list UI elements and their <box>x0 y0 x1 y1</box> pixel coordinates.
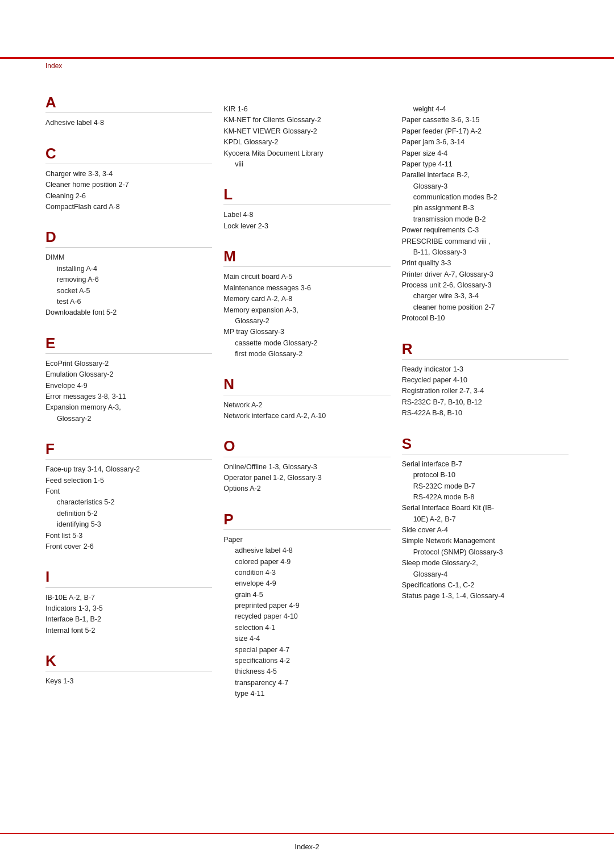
index-entry: Status page 1-3, 1-4, Glossary-4 <box>402 591 569 602</box>
index-entry: KM-NET for Clients Glossary-2 <box>223 115 390 126</box>
breadcrumb: Index <box>45 62 62 70</box>
index-entry: identifying 5-3 <box>45 519 212 530</box>
index-entry: Protocol B-10 <box>402 313 569 324</box>
index-entry: transmission mode B-2 <box>402 214 569 225</box>
index-column-1: AAdhesive label 4-8CCharger wire 3-3, 3-… <box>45 82 223 823</box>
index-entry: transparency 4-7 <box>223 678 390 688</box>
index-column-2: KIR 1-6KM-NET for Clients Glossary-2KM-N… <box>223 82 401 823</box>
index-entry: Interface B-1, B-2 <box>45 614 212 625</box>
breadcrumb-area: Index <box>45 61 62 70</box>
index-entry: protocol B-10 <box>402 470 569 481</box>
index-entry: envelope 4-9 <box>223 578 390 589</box>
index-entry: Paper feeder (PF-17) A-2 <box>402 126 569 137</box>
index-entry: special paper 4-7 <box>223 645 390 656</box>
index-entry: B-11, Glossary-3 <box>402 247 569 258</box>
section-letter-C: C <box>45 145 212 164</box>
section-letter-P: P <box>223 511 390 530</box>
index-entry: Protocol (SNMP) Glossary-3 <box>402 547 569 558</box>
index-entry: IB-10E A-2, B-7 <box>45 592 212 603</box>
index-entry: Process unit 2-6, Glossary-3 <box>402 280 569 291</box>
index-entry: RS-232C B-7, B-10, B-12 <box>402 397 569 408</box>
index-entry: RS-232C mode B-7 <box>402 481 569 492</box>
index-entry: test A-6 <box>45 297 212 307</box>
index-entry: pin assignment B-3 <box>402 203 569 214</box>
index-entry: Lock lever 2-3 <box>223 221 390 232</box>
index-entry: selection 4-1 <box>223 623 390 633</box>
index-entry: Parallel interface B-2, <box>402 170 569 181</box>
index-entry: preprinted paper 4-9 <box>223 600 390 611</box>
index-entry: Paper type 4-11 <box>402 159 569 170</box>
index-entry: specifications 4-2 <box>223 656 390 666</box>
content-area: AAdhesive label 4-8CCharger wire 3-3, 3-… <box>45 82 569 823</box>
index-entry: Downloadable font 5-2 <box>45 307 212 318</box>
index-entry: Keys 1-3 <box>45 676 212 687</box>
section-letter-S: S <box>402 435 569 454</box>
index-entry: socket A-5 <box>45 286 212 297</box>
index-entry: first mode Glossary-2 <box>223 349 390 360</box>
section-letter-F: F <box>45 440 212 460</box>
index-entry: Recycled paper 4-10 <box>402 375 569 386</box>
index-entry: Serial Interface Board Kit (IB- <box>402 503 569 514</box>
index-entry: Serial interface B-7 <box>402 459 569 470</box>
index-entry: Paper jam 3-6, 3-14 <box>402 137 569 148</box>
index-entry: characteristics 5-2 <box>45 497 212 508</box>
index-entry: 10E) A-2, B-7 <box>402 514 569 525</box>
index-entry: Expansion memory A-3, <box>45 402 212 413</box>
section-letter-L: L <box>223 186 390 205</box>
index-entry: Paper cassette 3-6, 3-15 <box>402 115 569 126</box>
index-entry: PRESCRIBE command viii , <box>402 236 569 247</box>
index-entry: Registration roller 2-7, 3-4 <box>402 386 569 397</box>
index-entry: Paper size 4-4 <box>402 148 569 159</box>
section-letter-K: K <box>45 652 212 671</box>
index-entry: Glossary-2 <box>45 414 212 424</box>
index-entry: KIR 1-6 <box>223 104 390 115</box>
index-entry: RS-422A B-8, B-10 <box>402 408 569 419</box>
index-entry: Charger wire 3-3, 3-4 <box>45 169 212 180</box>
section-letter-M: M <box>223 248 390 267</box>
index-entry: Face-up tray 3-14, Glossary-2 <box>45 464 212 475</box>
index-entry: EcoPrint Glossary-2 <box>45 358 212 369</box>
index-entry: weight 4-4 <box>402 104 569 115</box>
index-entry: CompactFlash card A-8 <box>45 202 212 212</box>
section-letter-O: O <box>223 437 390 457</box>
index-entry: Glossary-2 <box>223 316 390 327</box>
index-entry: Indicators 1-3, 3-5 <box>45 603 212 614</box>
section-letter-I: I <box>45 568 212 587</box>
index-entry: RS-422A mode B-8 <box>402 492 569 503</box>
index-entry: definition 5-2 <box>45 508 212 519</box>
index-entry: KM-NET VIEWER Glossary-2 <box>223 126 390 137</box>
index-entry: size 4-4 <box>223 633 390 644</box>
index-entry: cassette mode Glossary-2 <box>223 338 390 349</box>
index-entry: Network interface card A-2, A-10 <box>223 411 390 422</box>
index-entry: Memory expansion A-3, <box>223 305 390 316</box>
index-entry: condition 4-3 <box>223 567 390 578</box>
index-entry: adhesive label 4-8 <box>223 545 390 556</box>
index-entry: Label 4-8 <box>223 210 390 220</box>
index-entry: Envelope 4-9 <box>45 381 212 391</box>
index-entry: Online/Offline 1-3, Glossary-3 <box>223 462 390 473</box>
index-entry: type 4-11 <box>223 688 390 699</box>
bottom-bar <box>0 833 614 834</box>
section-letter-D: D <box>45 228 212 248</box>
index-entry: Adhesive label 4-8 <box>45 118 212 128</box>
section-letter-R: R <box>402 340 569 360</box>
index-entry: Options A-2 <box>223 483 390 494</box>
index-entry: removing A-6 <box>45 274 212 285</box>
index-entry: MP tray Glossary-3 <box>223 327 390 337</box>
index-entry: DIMM <box>45 252 212 263</box>
index-entry: Emulation Glossary-2 <box>45 369 212 380</box>
index-entry: Ready indicator 1-3 <box>402 364 569 375</box>
index-entry: recycled paper 4-10 <box>223 611 390 622</box>
index-entry: Printer driver A-7, Glossary-3 <box>402 269 569 280</box>
index-entry: Side cover A-4 <box>402 525 569 536</box>
index-entry: communication modes B-2 <box>402 192 569 203</box>
top-bar <box>0 57 614 59</box>
index-entry: Print quality 3-3 <box>402 258 569 269</box>
page-container: Index AAdhesive label 4-8CCharger wire 3… <box>0 0 614 868</box>
index-entry: installing A-4 <box>45 264 212 274</box>
section-letter-E: E <box>45 335 212 354</box>
index-entry: Memory card A-2, A-8 <box>223 294 390 304</box>
index-entry: KPDL Glossary-2 <box>223 137 390 148</box>
index-entry: Font list 5-3 <box>45 531 212 541</box>
index-entry: grain 4-5 <box>223 590 390 600</box>
